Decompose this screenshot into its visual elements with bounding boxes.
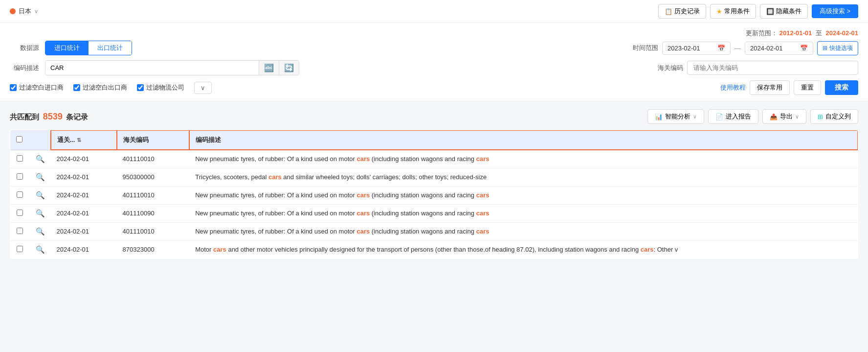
translate-icon-btn[interactable]: 🔤: [259, 61, 279, 75]
export-button[interactable]: 📤 导出 ∨: [762, 109, 806, 124]
eye-icon: 🔲: [766, 8, 774, 15]
report-icon: 📄: [715, 113, 723, 120]
row-code: 950300000: [117, 168, 190, 186]
region-selector[interactable]: 日本 ∨: [10, 7, 38, 16]
result-actions: 📊 智能分析 ∨ 📄 进入报告 📤 导出 ∨ ⊞ 自定义列: [647, 109, 858, 124]
history-icon: 📋: [665, 8, 672, 15]
datasource-tab-group: 进口统计 出口统计: [45, 41, 132, 55]
table-row: 🔍2024-02-01401110010New pneumatic tyres,…: [10, 222, 858, 240]
row-date: 2024-02-01: [51, 240, 117, 258]
star-icon: ★: [716, 8, 722, 15]
analysis-arrow: ∨: [693, 114, 697, 120]
quick-select-button[interactable]: ⊞ 快捷选项: [817, 41, 858, 55]
advanced-label: 高级搜索 >: [820, 7, 850, 16]
time-range-label: 时间范围: [629, 44, 658, 52]
filter-logistics-checkbox[interactable]: [137, 84, 144, 91]
th-desc: 编码描述: [189, 130, 858, 150]
custom-col-button[interactable]: ⊞ 自定义列: [810, 109, 858, 124]
result-title: 共匹配到 8539 条记录: [10, 112, 88, 122]
th-desc-label: 编码描述: [196, 136, 221, 143]
row-search-icon[interactable]: 🔍: [30, 240, 51, 258]
encoding-input[interactable]: [45, 61, 259, 74]
row-checkbox[interactable]: [17, 155, 23, 162]
row-date: 2024-02-01: [51, 222, 117, 240]
filter-export-checkbox[interactable]: [73, 84, 80, 91]
update-range-label: 更新范围： 2012-01-01 至 2024-02-01: [746, 29, 858, 38]
toolbar-actions: 📋 历史记录 ★ 常用条件 🔲 隐藏条件 高级搜索 >: [658, 4, 858, 19]
region-label: 日本: [19, 7, 31, 16]
search-button[interactable]: 搜索: [825, 80, 858, 95]
save-favorite-button[interactable]: 保存常用: [750, 80, 790, 95]
th-code-label: 海关编码: [123, 136, 149, 143]
encoding-label: 编码描述: [10, 64, 39, 72]
rotate-icon: 🔄: [284, 64, 294, 72]
hide-button[interactable]: 🔲 隐藏条件: [760, 4, 808, 19]
advanced-search-button[interactable]: 高级搜索 >: [812, 4, 858, 18]
row-desc: New pneumatic tyres, of rubber: Of a kin…: [189, 204, 858, 222]
update-from: 2012-01-01: [779, 29, 812, 37]
update-to: 2024-02-01: [826, 29, 859, 37]
search-row-2: 编码描述 🔤 🔄 海关编码: [10, 60, 858, 75]
filter-import-checkbox[interactable]: [10, 84, 17, 91]
reset-button[interactable]: 重置: [794, 80, 821, 95]
time-from-input[interactable]: 2023-02-01 📅: [662, 42, 731, 55]
filter-export-check[interactable]: 过滤空白出口商: [73, 83, 127, 92]
favorite-label: 常用条件: [724, 7, 750, 16]
th-date[interactable]: 通关... ⇅: [51, 130, 117, 150]
analysis-label: 智能分析: [665, 112, 690, 121]
table-row: 🔍2024-02-01870323000Motor cars and other…: [10, 240, 858, 258]
export-tab[interactable]: 出口统计: [89, 41, 132, 55]
export-label: 导出: [780, 112, 793, 121]
row-desc: New pneumatic tyres, of rubber: Of a kin…: [189, 150, 858, 168]
filter-logistics-check[interactable]: 过滤物流公司: [137, 83, 184, 92]
history-label: 历史记录: [674, 7, 700, 16]
filter-row: 过滤空白进口商 过滤空白出口商 过滤物流公司 ∨ 使用教程 保存常用 重置 搜索: [10, 80, 858, 95]
row-date: 2024-02-01: [51, 150, 117, 168]
row-checkbox[interactable]: [17, 246, 23, 252]
quick-select-label: 快捷选项: [829, 44, 853, 52]
row-code: 401110010: [117, 222, 190, 240]
analysis-icon: 📊: [655, 113, 663, 120]
expand-filters-button[interactable]: ∨: [194, 82, 212, 94]
table-header-row: 通关... ⇅ 海关编码 编码描述: [10, 130, 858, 150]
customs-input[interactable]: [687, 61, 858, 75]
table-row: 🔍2024-02-01950300000Tricycles, scooters,…: [10, 168, 858, 186]
row-search-icon[interactable]: 🔍: [30, 222, 51, 240]
row-search-icon[interactable]: 🔍: [30, 168, 51, 186]
filter-export-label: 过滤空白出口商: [83, 83, 127, 92]
row-search-icon[interactable]: 🔍: [30, 186, 51, 204]
table-row: 🔍2024-02-01401110010New pneumatic tyres,…: [10, 186, 858, 204]
th-code: 海关编码: [117, 130, 190, 150]
custom-col-label: 自定义列: [825, 112, 851, 121]
search-row-1: 数据源 进口统计 出口统计 时间范围 2023-02-01 📅 — 2024-0…: [10, 41, 858, 55]
th-check: [10, 130, 30, 150]
analysis-button[interactable]: 📊 智能分析 ∨: [647, 109, 704, 124]
row-code: 401110010: [117, 186, 190, 204]
time-to-value: 2024-02-01: [750, 45, 783, 52]
search-rotate-icon-btn[interactable]: 🔄: [279, 61, 299, 75]
history-button[interactable]: 📋 历史记录: [658, 4, 706, 19]
japan-flag-dot: [10, 8, 16, 14]
time-to-input[interactable]: 2024-02-01 📅: [745, 42, 813, 55]
grid-icon: ⊞: [823, 45, 827, 51]
row-checkbox[interactable]: [17, 191, 23, 198]
report-button[interactable]: 📄 进入报告: [708, 109, 758, 124]
import-tab[interactable]: 进口统计: [45, 41, 89, 55]
favorite-button[interactable]: ★ 常用条件: [710, 4, 756, 19]
tutorial-button[interactable]: 使用教程: [720, 83, 746, 92]
row-code: 401110010: [117, 150, 190, 168]
row-checkbox[interactable]: [17, 228, 23, 234]
filter-actions: 使用教程 保存常用 重置 搜索: [720, 80, 858, 95]
customs-label: 海关编码: [654, 64, 683, 72]
row-desc: New pneumatic tyres, of rubber: Of a kin…: [189, 222, 858, 240]
row-checkbox[interactable]: [17, 173, 23, 180]
custom-col-icon: ⊞: [818, 113, 823, 120]
row-search-icon[interactable]: 🔍: [30, 204, 51, 222]
row-checkbox[interactable]: [17, 210, 23, 216]
row-desc: Tricycles, scooters, pedal cars and simi…: [189, 168, 858, 186]
filter-logistics-label: 过滤物流公司: [146, 83, 184, 92]
filter-import-check[interactable]: 过滤空白进口商: [10, 83, 64, 92]
select-all-checkbox[interactable]: [16, 136, 22, 142]
calendar-icon-from: 📅: [717, 45, 725, 52]
row-search-icon[interactable]: 🔍: [30, 150, 51, 168]
